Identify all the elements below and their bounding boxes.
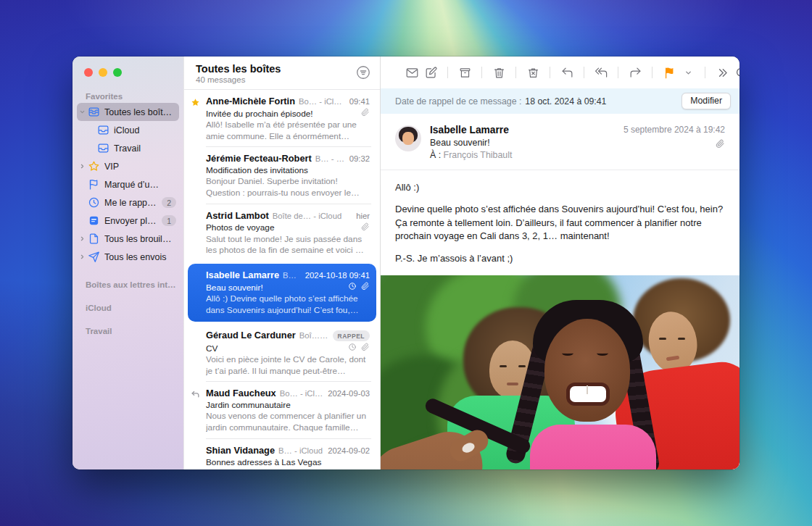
filter-icon[interactable] — [355, 64, 371, 80]
sidebar-item-remind-me[interactable]: Me le rapp… 2 — [77, 193, 179, 212]
sidebar-item-label: Me le rapp… — [104, 198, 162, 208]
message-rows: Anne-Michèle FortinBo… - iCloud09:41 Inv… — [184, 90, 380, 469]
document-icon — [88, 233, 100, 245]
sidebar-item-label: Envoyer pl… — [104, 216, 162, 226]
recipient-name[interactable]: François Thibault — [444, 150, 513, 160]
inbox-icon — [97, 124, 109, 136]
chevron-right-icon[interactable] — [79, 254, 87, 260]
list-item-selected[interactable]: Isabelle LamarreB…2024-10-18 09:41 Beau … — [188, 264, 376, 321]
reminder-banner: Date de rappel de ce message : 18 oct. 2… — [381, 88, 740, 114]
compose-button[interactable] — [421, 63, 440, 82]
paperclip-icon — [361, 282, 370, 293]
clock-icon — [348, 282, 357, 293]
sidebar-item-drafts[interactable]: Tous les brouil… — [77, 230, 179, 248]
sidebar-item-label: Tous les brouil… — [104, 234, 176, 244]
more-toolbar-items-icon[interactable] — [713, 63, 732, 82]
junk-button[interactable] — [523, 63, 542, 82]
window-controls — [84, 68, 122, 77]
subject: Bonnes adresses à Las Vegas — [206, 457, 321, 467]
chevron-right-icon[interactable] — [79, 235, 87, 242]
sidebar-item-label: Marqué d’u… — [104, 180, 176, 190]
flag-icon — [88, 178, 100, 191]
flag-button[interactable] — [660, 63, 679, 82]
sidebar-item-vip[interactable]: VIP — [77, 157, 179, 175]
sidebar-item-label: Tous les envois — [104, 252, 176, 262]
inbox-icon — [97, 142, 109, 154]
forward-button[interactable] — [626, 63, 645, 82]
person-center-smile — [566, 383, 610, 406]
message-subject: Beau souvenir! — [430, 138, 725, 148]
subject: Beau souvenir! — [206, 283, 263, 293]
paperclip-icon — [361, 108, 370, 119]
message-date: 5 septembre 2024 à 19:42 — [624, 125, 725, 135]
icloud-section-header[interactable]: iCloud — [86, 304, 183, 312]
person-center-pink-shirt — [530, 425, 656, 469]
preview-text: Nous venons de commencer à planifier un … — [206, 411, 370, 433]
search-icon[interactable] — [732, 63, 740, 82]
chevron-right-icon[interactable] — [79, 163, 87, 170]
reply-button[interactable] — [558, 63, 576, 82]
replied-arrow-icon — [191, 389, 201, 399]
flagged-star-icon — [191, 97, 201, 107]
list-item[interactable]: Anne-Michèle FortinBo… - iCloud09:41 Inv… — [184, 90, 380, 147]
favorites-section-header: Favorites — [86, 57, 183, 101]
send-later-icon — [88, 214, 100, 227]
sidebar-item-label: Toutes les boît… — [104, 107, 176, 117]
to-label: À : — [430, 150, 441, 160]
sidebar-item-travail-inbox[interactable]: Travail — [77, 139, 179, 157]
paperclip-icon — [361, 343, 370, 354]
message-pane: Date de rappel de ce message : 18 oct. 2… — [381, 57, 740, 469]
mailbox-title: Toutes les boîtes — [196, 63, 370, 75]
zoom-window-button[interactable] — [113, 68, 122, 77]
subject: Photos de voyage — [206, 222, 274, 233]
reply-all-button[interactable] — [592, 63, 610, 82]
avatar-face — [402, 132, 413, 144]
clock-icon — [348, 343, 357, 354]
count-badge: 1 — [162, 215, 176, 226]
sidebar: Favorites Toutes les boît… iCloud Travai… — [72, 57, 183, 469]
message-body: Allô :) Devine quelle photo s’est affich… — [381, 170, 740, 275]
reminder-date: 18 oct. 2024 à 09:41 — [525, 96, 606, 107]
body-paragraph: Allô :) — [395, 181, 725, 194]
body-paragraph: P.-S. Je m’assois à l’avant ;) — [395, 252, 725, 265]
list-item[interactable]: Maud FaucheuxBo… - iCl…2024-09-03 Jardin… — [184, 382, 380, 438]
sidebar-item-flagged[interactable]: Marqué d’u… — [77, 175, 179, 193]
subject: Modification des invitations — [206, 165, 308, 175]
delete-button[interactable] — [489, 63, 508, 82]
sidebar-item-all-inboxes[interactable]: Toutes les boît… — [77, 103, 179, 121]
get-mail-button[interactable] — [402, 63, 421, 82]
unread-count-badge: 2 — [162, 197, 176, 208]
sidebar-item-icloud-inbox[interactable]: iCloud — [77, 121, 179, 139]
toolbar — [381, 57, 740, 88]
subject: Jardin communautaire — [206, 400, 291, 410]
paperclip-icon — [716, 138, 725, 148]
archive-button[interactable] — [455, 63, 474, 82]
list-item[interactable]: Jérémie Fecteau-RobertB… - i…09:32 Modif… — [184, 147, 380, 204]
reminder-label: Date de rappel de ce message : — [395, 96, 521, 107]
preview-text: Salut tout le monde! Je suis passée dans… — [206, 234, 370, 256]
sender-avatar[interactable] — [395, 125, 421, 151]
minimize-window-button[interactable] — [99, 68, 107, 77]
body-paragraph: Devine quelle photo s’est affichée dans … — [395, 203, 725, 243]
subject: Invitée du prochain épisode! — [206, 109, 313, 119]
preview-text: Voici en pièce jointe le CV de Carole, d… — [206, 354, 370, 377]
sidebar-item-sent[interactable]: Tous les envois — [77, 248, 179, 266]
travail-section-header[interactable]: Travail — [86, 327, 183, 335]
chevron-down-icon[interactable] — [79, 109, 87, 115]
modify-reminder-button[interactable]: Modifier — [682, 93, 731, 109]
rappel-badge: RAPPEL — [333, 330, 370, 341]
mail-window: Favorites Toutes les boît… iCloud Travai… — [72, 57, 740, 469]
smart-mailboxes-section-header[interactable]: Boîtes aux lettres int… — [86, 280, 183, 289]
attachment-photo[interactable] — [381, 275, 740, 469]
list-item[interactable]: Géraud Le CardunerBoî… - iCl…RAPPEL CV V… — [184, 324, 380, 383]
close-window-button[interactable] — [84, 68, 93, 77]
message-header: Isabelle Lamarre Beau souvenir! À : Fran… — [381, 114, 740, 170]
message-count: 40 messages — [196, 75, 370, 84]
star-icon — [88, 160, 100, 172]
all-inboxes-icon — [88, 106, 100, 118]
flag-chevron-down-icon[interactable] — [679, 63, 697, 82]
sidebar-item-send-later[interactable]: Envoyer pl… 1 — [77, 212, 179, 230]
list-item[interactable]: Astrid LambotBoîte de… - iCloudhier Phot… — [184, 204, 380, 262]
preview-text: Allô! Isabelle m’a été présentée par une… — [206, 120, 370, 142]
list-item[interactable]: Shian VidanageB… - iCloud2024-09-02 Bonn… — [184, 439, 380, 469]
